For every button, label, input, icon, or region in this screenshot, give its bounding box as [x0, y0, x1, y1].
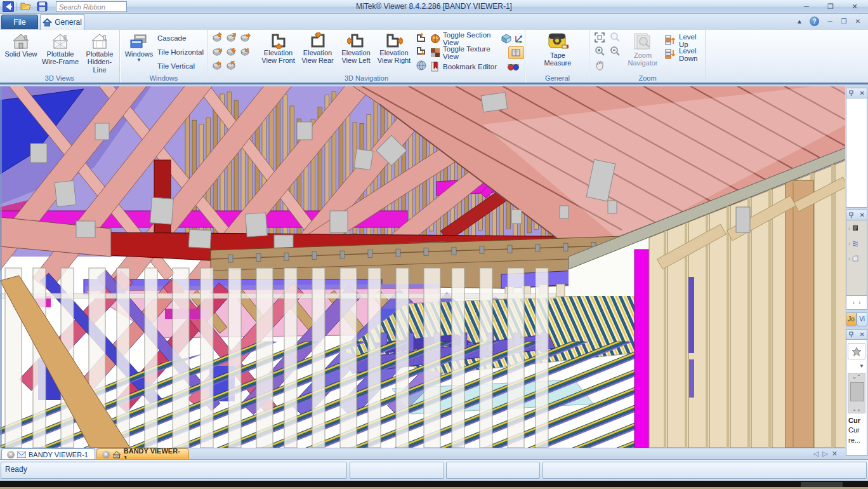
favorites-button[interactable] [848, 343, 865, 359]
rotate-view-icon-8[interactable] [226, 60, 237, 71]
elevation-rear-label: Elevation View Rear [298, 49, 337, 65]
tree-item-2-icon [852, 240, 858, 246]
zoom-extents-icon[interactable] [594, 32, 605, 43]
plottable-wireframe-button[interactable]: Plottable Wire-Frame [39, 31, 82, 66]
window-title: MiTek® Viewer 8.4.2.286 [BANDY VIEWER-1] [0, 2, 868, 11]
chevron-right-icon: › [848, 225, 850, 232]
dock-scrollbar[interactable]: ⌄⌃ ⌄⌄ [848, 373, 865, 413]
scrollbar-thumb[interactable] [850, 382, 864, 401]
status-bar: Ready [0, 459, 868, 481]
solid-view-button[interactable]: Solid View [4, 31, 38, 58]
elevation-rear-button[interactable]: Elevation View Rear [298, 31, 337, 65]
scroll-left-icon[interactable]: ‹ [853, 299, 855, 306]
close-button[interactable]: ✕ [846, 2, 863, 11]
rotate-view-icon-2[interactable] [226, 32, 237, 43]
elevation-front-button[interactable]: Elevation View Front [259, 31, 298, 65]
doc-tab-1[interactable]: ✕ BANDY VIEWER-1 [1, 448, 95, 460]
tab-general[interactable]: General [40, 14, 84, 30]
rotate-view-icon-4[interactable] [212, 46, 223, 57]
plottable-hiddenline-button[interactable]: Plottable Hidden-Line [81, 31, 118, 74]
dock-panel3-close-icon[interactable]: ✕ [860, 331, 865, 338]
toggle-texture-view-item[interactable]: Toggle Texture View [430, 46, 524, 60]
tab-scroll-controls: ◁▷✕ [813, 450, 841, 458]
tab-general-label: General [55, 18, 82, 27]
windows-dropdown-button[interactable]: Windows ▼ [124, 32, 154, 64]
pin-icon[interactable] [848, 90, 854, 97]
house-wireframe-icon [112, 451, 121, 459]
zoom-window-icon[interactable] [609, 32, 621, 43]
group-label-3d-navigation: 3D Navigation [208, 74, 525, 82]
level-up-label: Level Up [679, 33, 705, 48]
tab-prev-icon[interactable]: ◁ [813, 450, 822, 457]
group-label-zoom: Zoom [590, 74, 705, 82]
restore-button[interactable]: ❐ [822, 2, 839, 11]
3d-scene-svg [0, 86, 845, 448]
elevation-right-button[interactable]: Elevation View Right [375, 31, 413, 65]
stereo-glasses-icon[interactable] [507, 62, 520, 71]
dropdown-caret-icon[interactable]: ▼ [846, 359, 867, 373]
dock-panel1-body [846, 98, 867, 208]
rotate-view-icon-1[interactable] [212, 32, 223, 43]
dock-info-line-1: Cur [848, 416, 865, 425]
pin-icon[interactable] [848, 212, 854, 218]
group-label-3d-views: 3D Views [0, 74, 119, 82]
section-cube-icon[interactable] [501, 34, 511, 44]
rotate-view-icon-7[interactable] [212, 60, 223, 71]
walkthrough-icon[interactable] [416, 60, 427, 71]
toggle-section-view-item[interactable]: Toggle Section View [430, 32, 524, 46]
tree-item-3[interactable]: › [846, 251, 867, 266]
ribbon: Solid View Plottable Wire-Frame Plottabl… [0, 30, 868, 84]
pin-icon[interactable] [848, 332, 854, 338]
tile-vertical-item[interactable]: Tile Vertical [157, 62, 195, 70]
level-down-button[interactable]: Level Down [665, 48, 705, 62]
scrollbar-down-icons[interactable]: ⌄⌄ [848, 406, 865, 412]
bookmark-editor-item[interactable]: Bookmark Editor [430, 60, 524, 74]
dock-panel1-close-icon[interactable]: ✕ [860, 90, 865, 97]
zoom-navigator-button[interactable]: Zoom Navigator [623, 31, 662, 67]
doc-tab-2-close-icon[interactable]: ✕ [102, 451, 110, 459]
axes-icon[interactable] [514, 34, 524, 44]
tree-item-1[interactable]: › [846, 220, 867, 236]
scrollbar-up-icons[interactable]: ⌄⌃ [848, 374, 865, 380]
mdi-restore-icon[interactable]: ❐ [838, 17, 850, 27]
group-label-general: General [526, 74, 589, 82]
dock-tab-view[interactable]: Vi [857, 312, 867, 326]
elevation-up-icon[interactable] [416, 32, 427, 43]
viewport-3d[interactable] [0, 86, 845, 448]
group-windows: Windows ▼ Cascade Tile Horizontal Tile V… [121, 30, 207, 83]
dock-scroll-arrows: ‹› [846, 296, 867, 310]
pan-hand-icon[interactable] [594, 60, 605, 71]
doc-tab-2-active[interactable]: ✕ BANDY VIEWER-1 [96, 448, 189, 460]
toggle-rows: Toggle Section View Toggle Texture View … [430, 32, 524, 74]
zoom-out-icon[interactable] [609, 46, 621, 57]
zoom-in-icon[interactable] [594, 46, 605, 57]
help-icon[interactable]: ? [810, 17, 819, 26]
scroll-right-icon[interactable]: › [858, 299, 860, 306]
level-up-button[interactable]: Level Up [665, 34, 705, 48]
rotate-view-icon-3[interactable] [240, 32, 251, 43]
dock-panel2-close-icon[interactable]: ✕ [860, 211, 865, 218]
tab-close-icon[interactable]: ✕ [832, 450, 841, 457]
tree-item-2[interactable]: › [846, 236, 867, 251]
elevation-front-label: Elevation View Front [259, 49, 298, 65]
collapse-ribbon-icon[interactable]: ▲ [793, 17, 806, 27]
tab-file[interactable]: File [1, 15, 38, 29]
section-box-toggle-active[interactable] [508, 46, 524, 59]
mdi-close-icon[interactable]: ✕ [852, 17, 864, 27]
dock-tab-jobs[interactable]: Jo [846, 312, 857, 326]
elevation-extra-column [416, 32, 428, 74]
tape-measure-button[interactable]: Tape Measure [540, 31, 575, 67]
rotate-view-icon-6[interactable] [240, 46, 251, 57]
elevation-left-button[interactable]: Elevation View Left [338, 31, 374, 65]
chevron-right-icon: › [848, 255, 850, 262]
rotate-view-icon-5[interactable] [226, 46, 237, 57]
mdi-minimize-icon[interactable]: ─ [824, 17, 836, 27]
zoom-icon-column-2 [609, 32, 622, 60]
elevation-down-icon[interactable] [416, 46, 427, 57]
minimize-button[interactable]: ─ [798, 2, 815, 11]
cascade-item[interactable]: Cascade [157, 34, 186, 42]
tile-horizontal-item[interactable]: Tile Horizontal [157, 48, 204, 56]
chevron-right-icon: › [848, 240, 850, 247]
tab-next-icon[interactable]: ▷ [822, 450, 831, 457]
doc-tab-1-close-icon[interactable]: ✕ [7, 451, 15, 459]
